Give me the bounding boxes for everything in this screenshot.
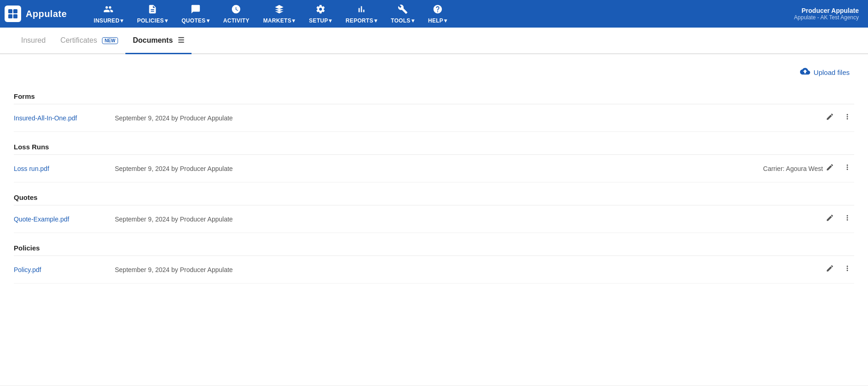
quotes-icon (191, 4, 201, 17)
nav-item-help-label: HELP ▾ (428, 17, 447, 24)
nav-item-reports-label: REPORTS ▾ (346, 17, 377, 24)
doc-meta: September 9, 2024 by Producer Appulate (115, 165, 754, 172)
nav-item-tools-label: TOOLS ▾ (391, 17, 414, 24)
nav-item-activity-label: ACTIVITY (223, 17, 249, 24)
upload-icon (800, 66, 810, 79)
nav-item-reports[interactable]: REPORTS ▾ (339, 1, 383, 27)
documents-menu-icon[interactable]: ☰ (178, 36, 184, 44)
nav-item-policies[interactable]: POLICIES ▾ (130, 1, 174, 27)
brand: Appulate (5, 6, 78, 22)
edit-doc-button[interactable] (823, 111, 837, 125)
user-name: Producer Appulate (794, 7, 859, 14)
table-row: Policy.pdfSeptember 9, 2024 by Producer … (14, 256, 854, 284)
nav-item-markets-label: MARKETS ▾ (263, 17, 295, 24)
nav-item-policies-label: POLICIES ▾ (137, 17, 168, 24)
section-forms: FormsInsured-All-In-One.pdfSeptember 9, … (14, 86, 854, 132)
certificates-new-badge: NEW (102, 37, 118, 44)
policies-icon (147, 4, 158, 17)
user-agency: Appulate - AK Test Agency (794, 14, 859, 21)
section-header-policies: Policies (14, 238, 854, 256)
more-doc-button[interactable] (840, 212, 854, 226)
edit-doc-button[interactable] (823, 161, 837, 176)
activity-icon (231, 4, 241, 17)
svg-rect-2 (8, 14, 12, 18)
section-header-forms: Forms (14, 86, 854, 104)
section-header-loss-runs: Loss Runs (14, 136, 854, 155)
doc-actions (823, 212, 854, 226)
main-content: Upload files FormsInsured-All-In-One.pdf… (0, 54, 868, 385)
doc-carrier: Carrier: Agoura West (763, 165, 823, 172)
svg-rect-0 (8, 9, 12, 13)
section-policies: PoliciesPolicy.pdfSeptember 9, 2024 by P… (14, 238, 854, 284)
nav-item-setup-label: SETUP ▾ (309, 17, 332, 24)
more-doc-button[interactable] (840, 111, 854, 125)
section-loss-runs: Loss RunsLoss run.pdfSeptember 9, 2024 b… (14, 136, 854, 182)
doc-name-link[interactable]: Policy.pdf (14, 266, 115, 273)
nav-item-quotes-label: QUOTES ▾ (181, 17, 209, 24)
tab-bar: Insured Certificates NEW Documents ☰ (0, 28, 868, 54)
doc-name-link[interactable]: Loss run.pdf (14, 165, 115, 172)
more-doc-button[interactable] (840, 262, 854, 277)
nav-item-insured-label: INSURED ▾ (94, 17, 123, 24)
doc-name-link[interactable]: Insured-All-In-One.pdf (14, 114, 115, 122)
doc-actions (823, 262, 854, 277)
section-quotes: QuotesQuote-Example.pdfSeptember 9, 2024… (14, 187, 854, 233)
tools-icon (398, 4, 408, 17)
doc-meta: September 9, 2024 by Producer Appulate (115, 216, 823, 223)
more-doc-button[interactable] (840, 161, 854, 176)
svg-rect-3 (13, 14, 17, 18)
doc-meta: September 9, 2024 by Producer Appulate (115, 114, 823, 122)
nav-item-markets[interactable]: MARKETS ▾ (257, 1, 302, 27)
nav-items: INSURED ▾ POLICIES ▾ QUOTES ▾ (87, 1, 794, 27)
edit-doc-button[interactable] (823, 212, 837, 226)
table-row: Quote-Example.pdfSeptember 9, 2024 by Pr… (14, 205, 854, 233)
upload-bar: Upload files (14, 63, 854, 81)
brand-logo (5, 6, 21, 22)
doc-actions (823, 161, 854, 176)
doc-actions (823, 111, 854, 125)
upload-files-button[interactable]: Upload files (795, 63, 854, 81)
tab-documents[interactable]: Documents ☰ (125, 28, 192, 54)
nav-item-setup[interactable]: SETUP ▾ (303, 1, 338, 27)
table-row: Insured-All-In-One.pdfSeptember 9, 2024 … (14, 104, 854, 132)
nav-item-quotes[interactable]: QUOTES ▾ (175, 1, 216, 27)
markets-icon (274, 4, 284, 17)
user-info: Producer Appulate Appulate - AK Test Age… (794, 7, 863, 21)
help-icon (433, 4, 443, 17)
insured-icon (103, 4, 113, 17)
doc-name-link[interactable]: Quote-Example.pdf (14, 216, 115, 223)
tab-certificates[interactable]: Certificates NEW (53, 28, 125, 54)
tab-insured[interactable]: Insured (14, 28, 53, 54)
edit-doc-button[interactable] (823, 262, 837, 277)
documents-sections: FormsInsured-All-In-One.pdfSeptember 9, … (14, 86, 854, 284)
table-row: Loss run.pdfSeptember 9, 2024 by Produce… (14, 155, 854, 182)
svg-rect-1 (13, 9, 17, 13)
nav-item-tools[interactable]: TOOLS ▾ (384, 1, 421, 27)
reports-icon (356, 4, 366, 17)
upload-files-label: Upload files (814, 68, 850, 76)
nav-item-insured[interactable]: INSURED ▾ (87, 1, 130, 27)
nav-item-help[interactable]: HELP ▾ (422, 1, 454, 27)
nav-item-activity[interactable]: ACTIVITY (217, 1, 256, 27)
brand-name: Appulate (26, 9, 67, 19)
doc-meta: September 9, 2024 by Producer Appulate (115, 266, 823, 273)
setup-icon (316, 4, 326, 17)
section-header-quotes: Quotes (14, 187, 854, 205)
navbar: Appulate INSURED ▾ POLICIES ▾ (0, 0, 868, 28)
